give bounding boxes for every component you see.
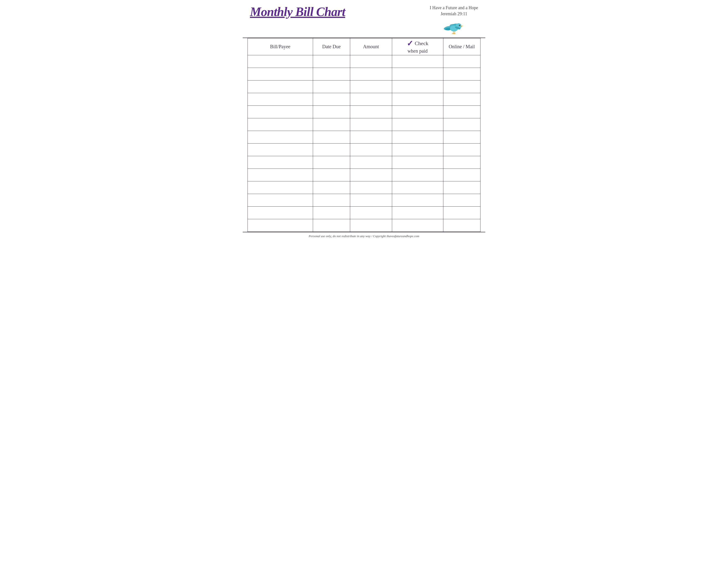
table-cell bbox=[350, 156, 392, 169]
table-cell bbox=[313, 182, 350, 194]
table-cell bbox=[443, 219, 480, 232]
table-cell bbox=[392, 118, 443, 131]
table-cell bbox=[443, 131, 480, 144]
header: Monthly Bill Chart I Have a Future and a… bbox=[243, 0, 485, 38]
table-cell bbox=[350, 81, 392, 93]
table-cell bbox=[313, 194, 350, 206]
table-row bbox=[248, 55, 480, 68]
table-cell bbox=[248, 144, 313, 156]
table-cell bbox=[392, 106, 443, 118]
table-cell bbox=[350, 182, 392, 194]
table-cell bbox=[392, 131, 443, 144]
table-cell bbox=[248, 93, 313, 106]
table-cell bbox=[350, 144, 392, 156]
table-cell bbox=[443, 144, 480, 156]
table-cell bbox=[392, 156, 443, 169]
table-cell bbox=[392, 55, 443, 68]
table-cell bbox=[392, 81, 443, 93]
table-cell bbox=[350, 68, 392, 81]
table-cell bbox=[350, 131, 392, 144]
table-row bbox=[248, 93, 480, 106]
table-cell bbox=[313, 81, 350, 93]
table-cell bbox=[248, 55, 313, 68]
table-cell bbox=[350, 93, 392, 106]
table-cell bbox=[443, 169, 480, 182]
col-header-amount: Amount bbox=[350, 38, 392, 55]
table-cell bbox=[392, 219, 443, 232]
table-header-row: Bill/Payee Date Due Amount ✓ Check when … bbox=[248, 38, 480, 55]
table-cell bbox=[443, 118, 480, 131]
check-word: Check bbox=[415, 40, 428, 47]
bird-container bbox=[443, 18, 465, 35]
table-cell bbox=[443, 206, 480, 219]
table-cell bbox=[443, 81, 480, 93]
table-cell bbox=[443, 93, 480, 106]
table-cell bbox=[392, 194, 443, 206]
table-cell bbox=[248, 169, 313, 182]
table-cell bbox=[313, 131, 350, 144]
svg-point-7 bbox=[459, 25, 460, 25]
table-cell bbox=[313, 144, 350, 156]
table-cell bbox=[443, 106, 480, 118]
table-cell bbox=[248, 118, 313, 131]
table-cell bbox=[248, 81, 313, 93]
table-cell bbox=[313, 118, 350, 131]
col-header-payee: Bill/Payee bbox=[248, 38, 313, 55]
table-cell bbox=[392, 182, 443, 194]
table-cell bbox=[313, 219, 350, 232]
table-cell bbox=[392, 169, 443, 182]
table-cell bbox=[313, 169, 350, 182]
table-cell bbox=[248, 206, 313, 219]
bill-table: Bill/Payee Date Due Amount ✓ Check when … bbox=[248, 38, 480, 232]
page: Monthly Bill Chart I Have a Future and a… bbox=[243, 0, 485, 240]
table-cell bbox=[443, 156, 480, 169]
table-row bbox=[248, 169, 480, 182]
table-cell bbox=[443, 55, 480, 68]
table-cell bbox=[443, 182, 480, 194]
svg-line-10 bbox=[453, 31, 453, 33]
table-cell bbox=[350, 118, 392, 131]
table-cell bbox=[313, 106, 350, 118]
table-cell bbox=[248, 182, 313, 194]
table-row bbox=[248, 194, 480, 206]
table-cell bbox=[392, 206, 443, 219]
table-row bbox=[248, 106, 480, 118]
check-header-content: ✓ Check when paid bbox=[392, 39, 443, 54]
table-row bbox=[248, 144, 480, 156]
scripture-line2: Jeremiah 29:11 bbox=[441, 11, 467, 16]
table-cell bbox=[443, 68, 480, 81]
table-cell bbox=[350, 206, 392, 219]
table-cell bbox=[313, 156, 350, 169]
table-row bbox=[248, 206, 480, 219]
table-cell bbox=[350, 219, 392, 232]
col-header-online: Online / Mail bbox=[443, 38, 480, 55]
table-body bbox=[248, 55, 480, 232]
table-cell bbox=[248, 194, 313, 206]
table-cell bbox=[248, 131, 313, 144]
table-cell bbox=[248, 68, 313, 81]
table-row bbox=[248, 68, 480, 81]
header-right: I Have a Future and a Hope Jeremiah 29:1… bbox=[430, 5, 478, 35]
table-row bbox=[248, 156, 480, 169]
col-header-check: ✓ Check when paid bbox=[392, 38, 443, 55]
table-row bbox=[248, 219, 480, 232]
table-cell bbox=[443, 194, 480, 206]
scripture-line1: I Have a Future and a Hope bbox=[430, 5, 478, 10]
table-cell bbox=[248, 106, 313, 118]
table-cell bbox=[392, 68, 443, 81]
table-cell bbox=[248, 156, 313, 169]
table-cell bbox=[350, 106, 392, 118]
table-row bbox=[248, 131, 480, 144]
table-cell bbox=[350, 194, 392, 206]
table-cell bbox=[313, 55, 350, 68]
table-cell bbox=[313, 93, 350, 106]
table-row bbox=[248, 182, 480, 194]
table-cell bbox=[350, 169, 392, 182]
table-container: Bill/Payee Date Due Amount ✓ Check when … bbox=[243, 38, 485, 232]
check-header-top: ✓ Check bbox=[407, 39, 428, 47]
table-cell bbox=[313, 68, 350, 81]
scripture-text: I Have a Future and a Hope Jeremiah 29:1… bbox=[430, 5, 478, 17]
title-area: Monthly Bill Chart bbox=[250, 5, 345, 19]
table-cell bbox=[392, 144, 443, 156]
bird-icon bbox=[443, 18, 465, 35]
